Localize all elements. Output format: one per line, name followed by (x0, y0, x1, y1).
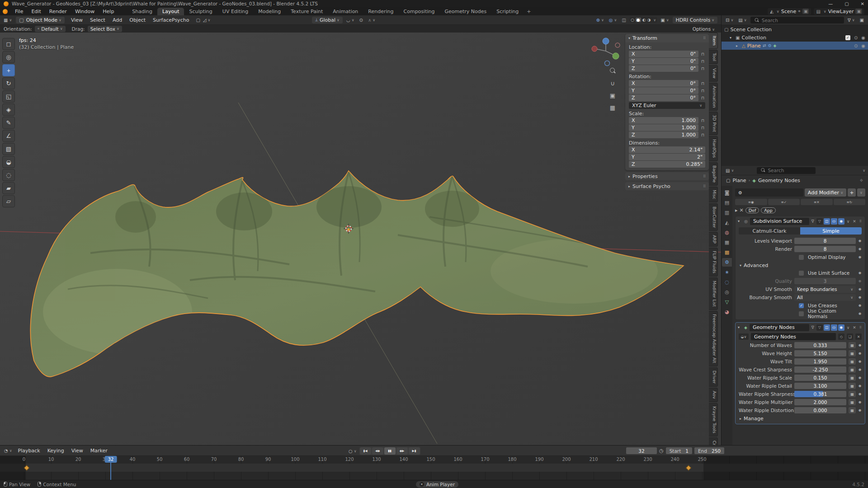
viewlayer-selector[interactable]: ▤∨ ViewLayer ▣ (814, 8, 864, 15)
tool-transform[interactable]: ◈ (2, 103, 15, 116)
add-workspace-button[interactable]: + (524, 8, 534, 15)
material-shading-icon[interactable]: ◐ (642, 18, 646, 22)
render-preview-icon[interactable]: ▣∨ (659, 17, 670, 23)
disable-render-icon[interactable]: ◉ (861, 43, 865, 48)
modifier-list-search-bar[interactable]: ⚙ (735, 188, 803, 197)
show-gizmo-toggle[interactable]: ⊕∨ (595, 17, 605, 23)
tool-addon-2[interactable]: ◌ (2, 169, 15, 181)
modifier-extras-button[interactable]: ∨ (857, 188, 865, 197)
lock-icon[interactable]: ⊓ (700, 66, 705, 71)
jump-to-end-button[interactable]: ▶▮ (409, 447, 420, 455)
active-tool-icon[interactable]: ▢ (194, 17, 201, 23)
anim-player-badge[interactable]: ✕Anim Player (416, 481, 458, 488)
modifier-name-field[interactable]: Subdivision Surface (750, 218, 809, 225)
sidebar-tab[interactable]: Driver (709, 367, 718, 387)
toggle-cage[interactable]: ◫ (824, 324, 830, 331)
drag-dropdown[interactable]: Select Box∨ (88, 26, 122, 32)
input-attribute-toggle[interactable]: ▦ (849, 350, 856, 357)
viewport-3d[interactable]: fps: 24 (32) Collection | Plane ◻ ◎ ＋ ↻ … (0, 33, 721, 445)
jump-to-start-button[interactable]: ▮◀ (360, 447, 371, 455)
viewport-menu-item[interactable]: Add (109, 17, 126, 23)
sidebar-tab[interactable]: 3D Print (709, 112, 718, 135)
outliner-filter-icon[interactable]: ∇∨ (846, 17, 856, 23)
sidebar-tab[interactable]: Modifier List (709, 277, 718, 310)
tool-rotate[interactable]: ↻ (2, 77, 15, 89)
use-creases-checkbox[interactable]: ✓ (799, 303, 804, 308)
mode-selector[interactable]: ▢Object Mode∨ (16, 17, 65, 23)
geonodes-param-slider[interactable]: 0.381 (794, 391, 846, 397)
transform-orientation-selector[interactable]: ⟂Global∨ (312, 17, 343, 23)
collapse-modifier-icon[interactable]: ▾ (738, 325, 740, 329)
transform-value-field[interactable]: Y2" (629, 154, 705, 160)
timeline-menu-item[interactable]: Playback (14, 447, 44, 454)
solid-shading-icon[interactable]: ● (636, 18, 641, 22)
viewport-menu-item[interactable]: SurfacePsycho (149, 17, 193, 23)
properties-search[interactable] (757, 167, 816, 174)
transform-value-field[interactable]: X1.000 (629, 117, 698, 124)
toggle-all-visibility-button[interactable]: ≡◉ (735, 199, 767, 205)
fake-user-shield-button[interactable]: ◇ (838, 333, 844, 340)
geonodes-param-slider[interactable]: 2.000 (794, 399, 846, 405)
tool-annotate[interactable]: ✎ (2, 117, 15, 129)
input-attribute-toggle[interactable]: ▦ (849, 391, 856, 397)
navigation-gizmo[interactable] (588, 35, 624, 68)
sidebar-tab[interactable]: Krayne Tools (709, 403, 718, 436)
geonodes-param-slider[interactable]: 0.150 (794, 375, 846, 381)
transform-value-field[interactable]: Z1.000 (629, 131, 698, 138)
sidebar-tab[interactable]: Aov (709, 388, 718, 402)
viewport-menu-item[interactable]: Object (126, 17, 149, 23)
timeline-menu-item[interactable]: View (68, 447, 87, 454)
transform-value-field[interactable]: X2.14" (629, 146, 705, 153)
tool-options-icon[interactable]: ◿∨ (202, 17, 212, 23)
lock-icon[interactable]: ⊓ (700, 96, 705, 100)
lock-icon[interactable]: ⊓ (700, 59, 705, 64)
render-levels-field[interactable]: 8 (794, 246, 856, 252)
drag-handle-icon[interactable]: ⠿ (859, 220, 863, 223)
collapsed-panel[interactable]: ▸Properties⠿ (625, 172, 709, 180)
outliner-search-input[interactable] (762, 18, 842, 23)
tab-output[interactable]: ▤ (722, 198, 732, 207)
lock-icon[interactable]: ⊓ (700, 89, 705, 93)
workspace-tab[interactable]: Compositing (399, 8, 440, 15)
outliner-display-mode-button[interactable]: ▤∨ (737, 17, 748, 23)
new-scene-button[interactable]: ▣ (802, 9, 809, 14)
zoom-icon[interactable] (609, 67, 617, 75)
workspace-tab[interactable]: Layout (157, 8, 184, 15)
modifier-extras-icon[interactable]: ∨ (846, 325, 851, 330)
outliner-editor-type-button[interactable]: ⊟∨ (724, 17, 735, 23)
tab-collection[interactable]: ▦ (722, 238, 732, 247)
tab-modifiers[interactable]: ⚙ (722, 258, 732, 267)
tool-measure[interactable]: ∠ (2, 130, 15, 142)
editor-type-button[interactable]: ▦∨ (2, 17, 13, 23)
sidebar-tab[interactable]: FLIP Fluids (709, 248, 718, 277)
tab-object[interactable]: ▩ (722, 248, 732, 257)
geonodes-param-slider[interactable]: -2.250 (794, 366, 846, 373)
clear-icon[interactable]: ✕ (740, 207, 744, 213)
transform-value-field[interactable]: Y0" (629, 58, 698, 65)
input-attribute-toggle[interactable]: ▦ (849, 407, 856, 413)
menu-item[interactable]: Help (99, 8, 118, 15)
playback-sync-icon[interactable]: ○∨ (347, 448, 358, 454)
transform-value-field[interactable]: Z0.285" (629, 161, 705, 168)
geonodes-param-slider[interactable]: 3.100 (794, 383, 846, 389)
transform-value-field[interactable]: Z0° (629, 94, 698, 101)
pin-id-icon[interactable]: ✧ (859, 178, 863, 183)
prev-keyframe-button[interactable]: ◀◆ (372, 447, 383, 455)
input-attribute-toggle[interactable]: ▦ (849, 366, 856, 373)
sidebar-tab[interactable]: View (709, 65, 718, 82)
breadcrumb-data[interactable]: Geometry Nodes (758, 178, 800, 183)
current-frame-field[interactable]: 32 (626, 447, 657, 454)
input-attribute-toggle[interactable]: ▦ (849, 358, 856, 365)
workspace-tab[interactable]: Animation (328, 8, 363, 15)
toggle-edit-mode[interactable]: ▽ (816, 324, 823, 331)
add-modifier-plus-button[interactable]: + (848, 188, 856, 197)
modifier-extras-icon[interactable]: ∨ (846, 219, 851, 224)
workspace-tab[interactable]: UV Editing (217, 8, 253, 15)
uv-smooth-dropdown[interactable]: Keep Boundaries∨ (794, 286, 856, 293)
app-pill-button[interactable]: App (761, 207, 776, 213)
workspace-tab[interactable]: Texture Paint (286, 8, 328, 15)
use-custom-normals-checkbox[interactable] (799, 311, 804, 316)
timeline-menu-item[interactable]: Keying (44, 447, 68, 454)
delete-modifier-icon[interactable]: ✕ (852, 325, 857, 330)
snap-icon[interactable]: ◡∨ (345, 17, 356, 23)
